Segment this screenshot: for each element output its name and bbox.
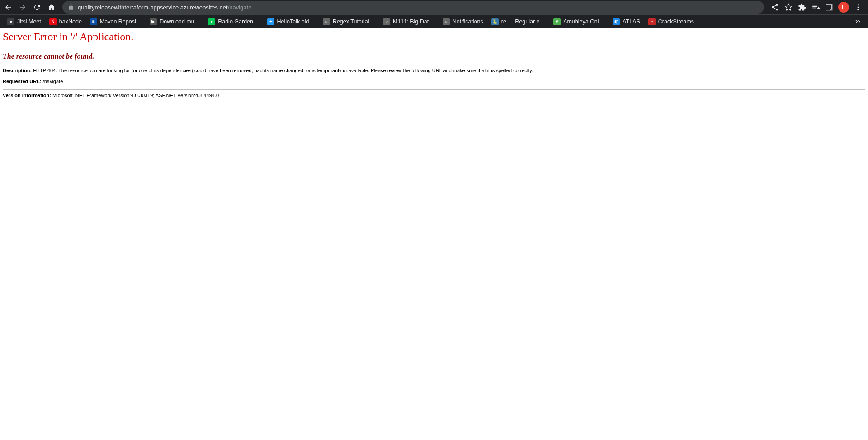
bookmark-label: M111: Big Dat… [393,19,434,25]
bookmark-label: Download mu… [160,19,200,25]
back-button[interactable] [2,1,14,14]
bookmark-item[interactable]: ●Jitsi Meet [4,16,45,27]
version-info: Version Information: Microsoft .NET Fram… [3,93,865,98]
bookmark-label: Amubieya Onl… [563,19,604,25]
profile-avatar[interactable]: E [838,2,849,13]
bookmark-label: Regex Tutorial… [333,19,375,25]
bookmark-item[interactable]: ●Radio Garden… [204,16,262,27]
bookmark-item[interactable]: ~CrackStreams… [645,16,703,27]
req-label: Requested URL: [3,79,42,84]
bookmark-star-icon[interactable] [782,1,795,14]
version-label: Version Information: [3,93,51,98]
address-bar[interactable]: qualityreleasewithterraform-appservice.a… [62,1,764,14]
bookmark-label: ATLAS [623,19,640,25]
bookmark-favicon: ◐ [613,18,620,25]
svg-point-2 [858,9,859,10]
desc-text: HTTP 404. The resource you are looking f… [32,68,533,73]
browser-chrome: qualityreleasewithterraform-appservice.a… [0,0,868,28]
svg-point-0 [858,4,859,5]
bookmark-item[interactable]: ○Regex Tutorial… [319,16,378,27]
error-header: Server Error in '/' Application. [3,31,865,43]
bookmark-label: Notifications [453,19,483,25]
bookmark-label: Radio Garden… [218,19,259,25]
bookmark-favicon: ○ [323,18,330,25]
error-description: Description: HTTP 404. The resource you … [3,68,865,73]
bookmarks-bar: ●Jitsi MeetNhaxNode≡Maven Reposi…▶Downlo… [0,14,868,28]
page-content: Server Error in '/' Application. The res… [0,28,868,101]
share-icon[interactable] [769,1,781,14]
bookmark-item[interactable]: 🐍re — Regular e… [488,16,549,27]
navigation-bar: qualityreleasewithterraform-appservice.a… [0,0,868,14]
req-text: /navigate [42,79,63,84]
bookmark-item[interactable]: ○M111: Big Dat… [379,16,438,27]
bookmark-label: Maven Reposi… [100,19,142,25]
bookmark-favicon: ● [7,18,14,25]
bookmark-favicon: 🐍 [491,18,499,25]
menu-icon[interactable] [852,1,864,14]
divider [3,46,865,46]
url-host: qualityreleasewithterraform-appservice.a… [78,4,228,11]
extensions-icon[interactable] [796,1,808,14]
desc-label: Description: [3,68,32,73]
bookmark-favicon: A [553,18,561,25]
bookmark-label: HelloTalk old… [277,19,315,25]
bookmark-item[interactable]: ✦HelloTalk old… [264,16,318,27]
lock-icon [68,4,74,10]
bookmark-item[interactable]: ≡Maven Reposi… [86,16,145,27]
bookmark-favicon: ● [208,18,215,25]
divider-bottom [3,89,865,90]
bookmark-favicon: ~ [648,18,656,25]
bookmark-favicon: ✦ [267,18,274,25]
bookmark-favicon: N [49,18,57,25]
bookmark-favicon: ≡ [90,18,97,25]
bookmark-label: re — Regular e… [501,19,545,25]
error-subheader: The resource cannot be found. [3,52,865,61]
bookmark-label: Jitsi Meet [17,19,41,25]
bookmark-favicon: ▶ [150,18,157,25]
bookmark-item[interactable]: ○Notifications [439,16,487,27]
bookmark-item[interactable]: ◐ATLAS [609,16,644,27]
requested-url: Requested URL: /navigate [3,79,865,84]
side-panel-icon[interactable] [823,1,835,14]
forward-button[interactable] [16,1,29,14]
reading-list-icon[interactable] [809,1,822,14]
bookmark-item[interactable]: AAmubieya Onl… [550,16,608,27]
bookmark-favicon: ○ [443,18,450,25]
bookmarks-overflow-icon[interactable] [852,15,864,28]
url-path: /navigate [228,4,252,11]
bookmark-label: haxNode [59,19,82,25]
avatar-initial: E [842,4,845,10]
svg-point-1 [858,7,859,8]
reload-button[interactable] [31,1,43,14]
bookmark-item[interactable]: NhaxNode [46,16,85,27]
bookmark-favicon: ○ [383,18,390,25]
version-text: Microsoft .NET Framework Version:4.0.303… [51,93,219,98]
toolbar-right: E [769,1,866,14]
bookmark-label: CrackStreams… [658,19,700,25]
bookmark-item[interactable]: ▶Download mu… [146,16,203,27]
home-button[interactable] [45,1,58,14]
